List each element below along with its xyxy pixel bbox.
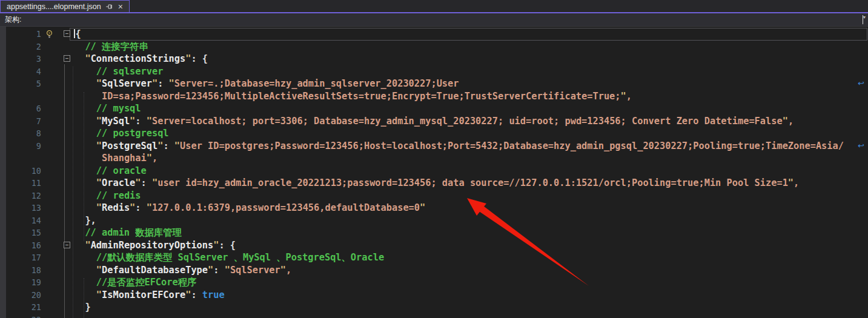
code-line[interactable]: "ConnectionStrings": {	[74, 53, 868, 65]
code-token: Oracle	[102, 177, 135, 188]
line-number: 17	[6, 251, 44, 264]
code-editor: 1−{2// 连接字符串3−"ConnectionStrings": {4// …	[0, 27, 868, 318]
close-icon[interactable]: ×	[117, 2, 124, 11]
code-row: 2// 连接字符串	[0, 41, 868, 53]
code-token: "	[85, 53, 90, 64]
schema-dropdown[interactable]: ▼	[27, 13, 868, 26]
code-line[interactable]: },	[74, 214, 868, 227]
line-number: 21	[6, 301, 44, 314]
code-row: 8// postgresql	[0, 127, 868, 140]
fold-toggle[interactable]: −	[64, 30, 70, 37]
fold-margin	[62, 78, 74, 90]
pin-icon[interactable]	[105, 2, 113, 11]
bulb-slot	[44, 301, 62, 314]
code-token: "	[96, 290, 102, 300]
fold-margin	[62, 264, 74, 277]
comment-token: // 连接字符串	[85, 41, 148, 52]
code-line[interactable]: "MySql": "Server=localhost; port=3306; D…	[74, 115, 868, 128]
code-token: "	[420, 202, 425, 213]
code-token: "	[174, 141, 180, 151]
code-row: 20"IsMonitorEFCore": true	[0, 289, 868, 302]
line-number: 7	[6, 115, 44, 128]
fold-margin	[62, 276, 74, 289]
bulb-slot	[44, 239, 62, 252]
line-number	[6, 90, 44, 103]
line-number: 2	[6, 41, 44, 53]
line-number: 20	[6, 289, 44, 302]
code-token: "	[135, 177, 141, 188]
bulb-slot	[44, 78, 62, 90]
fold-toggle[interactable]: −	[64, 242, 70, 248]
fold-margin	[62, 251, 74, 264]
code-line[interactable]: {	[74, 28, 868, 41]
bulb-slot	[44, 53, 62, 65]
code-token: :	[135, 116, 146, 127]
code-line[interactable]: // postgresql	[74, 127, 868, 140]
code-token: Server=.;Database=hzy_admin_sqlserver_20…	[174, 78, 459, 89]
code-line[interactable]: //默认数据库类型 SqlServer 、MySql 、PostgreSql、O…	[74, 251, 868, 264]
code-token: 127.0.0.1:6379,password=123456,defaultDa…	[152, 202, 420, 213]
fold-margin	[62, 177, 74, 190]
code-rows: 1−{2// 连接字符串3−"ConnectionStrings": {4// …	[0, 28, 868, 318]
code-line[interactable]: // mysql	[74, 102, 868, 115]
code-row: 7"MySql": "Server=localhost; port=3306; …	[0, 115, 868, 128]
comment-token: // mysql	[96, 103, 141, 114]
schema-label: 架构:	[5, 15, 21, 25]
code-line[interactable]: // sqlserver	[74, 65, 868, 78]
code-token: "	[147, 153, 152, 164]
code-token: ,	[626, 91, 632, 102]
code-line[interactable]: Shanghai",	[74, 152, 868, 165]
code-line[interactable]: // admin 数据库管理	[74, 227, 868, 239]
code-line[interactable]: // redis	[74, 190, 868, 202]
code-line[interactable]: // oracle	[74, 165, 868, 177]
line-number: 22	[6, 314, 44, 318]
code-line[interactable]: // 连接字符串	[74, 41, 868, 53]
comment-token: // postgresql	[96, 128, 169, 139]
code-line[interactable]	[74, 314, 868, 318]
code-row: 4// sqlserver	[0, 65, 868, 78]
code-token: "	[130, 202, 135, 213]
code-line[interactable]: }	[74, 301, 868, 314]
code-line[interactable]: "PostgreSql": "User ID=postgres;Password…	[74, 140, 868, 153]
code-row: 9"PostgreSql": "User ID=postgres;Passwor…	[0, 140, 868, 153]
code-line[interactable]: "Oracle": "user id=hzy_admin_oracle_2022…	[74, 177, 868, 190]
code-token: ConnectionStrings	[91, 53, 186, 64]
code-row: 14},	[0, 214, 868, 227]
fold-margin	[62, 127, 74, 140]
bulb-slot	[44, 289, 62, 302]
bulb-slot	[44, 115, 62, 128]
line-number: 12	[6, 190, 44, 202]
code-token: "	[96, 141, 102, 151]
line-number: 14	[6, 214, 44, 227]
fold-toggle[interactable]: −	[64, 55, 70, 62]
line-number: 6	[6, 102, 44, 115]
code-token: PostgreSql	[102, 141, 157, 151]
code-line[interactable]: ID=sa;Password=123456;MultipleActiveResu…	[74, 90, 868, 103]
comment-token: // oracle	[96, 165, 147, 176]
lightbulb-icon[interactable]	[44, 28, 62, 41]
code-row: 21}	[0, 301, 868, 314]
code-line[interactable]: "SqlServer": "Server=.;Database=hzy_admi…	[74, 78, 868, 90]
line-number: 1	[6, 28, 44, 41]
code-line[interactable]: "DefaultDatabaseType": "SqlServer",	[74, 264, 868, 277]
code-line[interactable]: "AdminRepositoryOptions": {	[74, 239, 868, 252]
chevron-down-icon: ▼	[863, 15, 864, 24]
bulb-slot	[44, 276, 62, 289]
fold-margin	[62, 202, 74, 214]
code-token: User ID=postgres;Password=123456;Host=lo…	[180, 141, 844, 151]
comment-token: //默认数据库类型 SqlServer 、MySql 、PostgreSql、O…	[96, 252, 384, 263]
bulb-slot	[44, 152, 62, 165]
fold-margin	[62, 314, 74, 318]
fold-margin	[62, 165, 74, 177]
code-line[interactable]: "Redis": "127.0.0.1:6379,password=123456…	[74, 202, 868, 214]
tab-appsettings[interactable]: appsettings....elopment.json ×	[0, 0, 130, 12]
code-token: "	[96, 116, 102, 127]
code-row: 17//默认数据库类型 SqlServer 、MySql 、PostgreSql…	[0, 251, 868, 264]
code-line[interactable]: "IsMonitorEFCore": true	[74, 289, 868, 302]
fold-margin	[62, 289, 74, 302]
code-row: 18"DefaultDatabaseType": "SqlServer",	[0, 264, 868, 277]
bulb-slot	[44, 140, 62, 153]
fold-margin	[62, 152, 74, 165]
code-token: "	[788, 177, 793, 188]
code-line[interactable]: //是否监控EFCore程序	[74, 276, 868, 289]
